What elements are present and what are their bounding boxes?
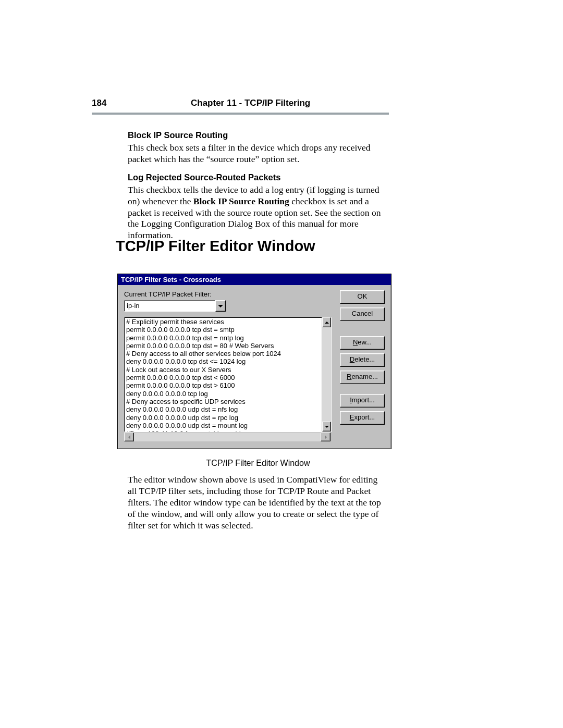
delete-button[interactable]: Delete... bbox=[340, 353, 385, 367]
rule-line[interactable]: # Deny access to specific UDP services bbox=[126, 398, 320, 405]
arrow-left-icon bbox=[128, 435, 130, 439]
vertical-scrollbar[interactable] bbox=[322, 317, 331, 431]
dialog-body: Current TCP/IP Packet Filter: ip-in # Ex… bbox=[118, 285, 391, 449]
rule-line[interactable]: # Lock out access to our X Servers bbox=[126, 366, 320, 374]
rule-line[interactable]: #Deny 198.41.12.0 from outside world bbox=[126, 429, 320, 431]
dialog-screenshot: TCP/IP Filter Sets - Crossroads Current … bbox=[117, 274, 390, 449]
rename-button[interactable]: Rename... bbox=[340, 371, 385, 384]
dialog-left-column: Current TCP/IP Packet Filter: ip-in # Ex… bbox=[124, 290, 332, 441]
import-button[interactable]: Import... bbox=[340, 394, 385, 408]
rule-line[interactable]: permit 0.0.0.0 0.0.0.0 tcp dst = smtp bbox=[126, 326, 320, 334]
chapter-title: Chapter 11 - TCP/IP Filtering bbox=[191, 98, 389, 108]
rule-line[interactable]: deny 0.0.0.0 0.0.0.0 udp dst = mount log bbox=[126, 422, 320, 429]
filter-combo[interactable]: ip-in bbox=[124, 300, 226, 312]
filter-combo-input[interactable]: ip-in bbox=[124, 300, 215, 312]
body-content: Block IP Source Routing This check box s… bbox=[128, 125, 388, 249]
subheading-block-ip: Block IP Source Routing bbox=[128, 130, 388, 140]
chevron-down-icon bbox=[218, 305, 223, 307]
scroll-down-button[interactable] bbox=[322, 422, 331, 431]
caption-paragraph: The editor window shown above is used in… bbox=[128, 474, 388, 531]
figure-caption: TCP/IP Filter Editor Window bbox=[128, 459, 388, 468]
section-heading: TCP/IP Filter Editor Window bbox=[116, 238, 315, 255]
rules-listbox[interactable]: # Explicitly permit these servicespermit… bbox=[124, 317, 332, 432]
rule-line[interactable]: deny 0.0.0.0 0.0.0.0 tcp dst <= 1024 log bbox=[126, 357, 320, 365]
scroll-right-button[interactable] bbox=[321, 433, 331, 441]
filter-sets-dialog: TCP/IP Filter Sets - Crossroads Current … bbox=[117, 274, 391, 449]
ok-button[interactable]: OK bbox=[340, 290, 385, 304]
scroll-up-button[interactable] bbox=[322, 317, 331, 327]
paragraph-log-rejected: This checkbox tells the device to add a … bbox=[128, 184, 388, 241]
rule-line[interactable]: deny 0.0.0.0 0.0.0.0 udp dst = rpc log bbox=[126, 414, 320, 422]
button-spacer bbox=[340, 388, 385, 394]
arrow-right-icon bbox=[325, 435, 327, 439]
dialog-titlebar: TCP/IP Filter Sets - Crossroads bbox=[118, 274, 391, 285]
rule-line[interactable]: permit 0.0.0.0 0.0.0.0 tcp dst = nntp lo… bbox=[126, 334, 320, 342]
scroll-left-button[interactable] bbox=[124, 433, 134, 441]
bold-term: Block IP Source Routing bbox=[193, 196, 289, 206]
rule-line[interactable]: # Explicitly permit these services bbox=[126, 318, 320, 326]
rule-line[interactable]: permit 0.0.0.0 0.0.0.0 tcp dst > 6100 bbox=[126, 381, 320, 389]
document-page: 184 Chapter 11 - TCP/IP Filtering Block … bbox=[0, 0, 563, 728]
arrow-down-icon bbox=[325, 426, 329, 428]
header-divider bbox=[92, 113, 389, 115]
subheading-log-rejected: Log Rejected Source-Routed Packets bbox=[128, 172, 388, 182]
dialog-button-column: OK Cancel New... Delete... Rename... Imp… bbox=[340, 290, 385, 441]
rules-listbox-content: # Explicitly permit these servicespermit… bbox=[125, 317, 322, 431]
cancel-button[interactable]: Cancel bbox=[340, 307, 385, 321]
button-spacer bbox=[340, 325, 385, 336]
scroll-track[interactable] bbox=[322, 327, 331, 422]
rule-line[interactable]: deny 0.0.0.0 0.0.0.0 udp dst = nfs log bbox=[126, 405, 320, 413]
rule-line[interactable]: permit 0.0.0.0 0.0.0.0 tcp dst = 80 # We… bbox=[126, 342, 320, 350]
horizontal-scrollbar[interactable] bbox=[124, 432, 331, 441]
rule-line[interactable]: # Deny access to all other services belo… bbox=[126, 350, 320, 357]
rule-line[interactable]: deny 0.0.0.0 0.0.0.0 tcp log bbox=[126, 390, 320, 398]
combo-label: Current TCP/IP Packet Filter: bbox=[124, 290, 332, 298]
combo-label-text: Current TCP/IP Packet Filter: bbox=[124, 290, 212, 298]
export-button[interactable]: Export... bbox=[340, 411, 385, 425]
rule-line[interactable]: permit 0.0.0.0 0.0.0.0 tcp dst < 6000 bbox=[126, 374, 320, 381]
page-number: 184 bbox=[92, 98, 191, 108]
combo-dropdown-button[interactable] bbox=[215, 300, 226, 312]
page-header: 184 Chapter 11 - TCP/IP Filtering bbox=[92, 98, 389, 108]
arrow-up-icon bbox=[325, 322, 329, 324]
new-button[interactable]: New... bbox=[340, 336, 385, 350]
paragraph-block-ip: This check box sets a filter in the devi… bbox=[128, 142, 388, 165]
scroll-track-h[interactable] bbox=[134, 433, 321, 441]
